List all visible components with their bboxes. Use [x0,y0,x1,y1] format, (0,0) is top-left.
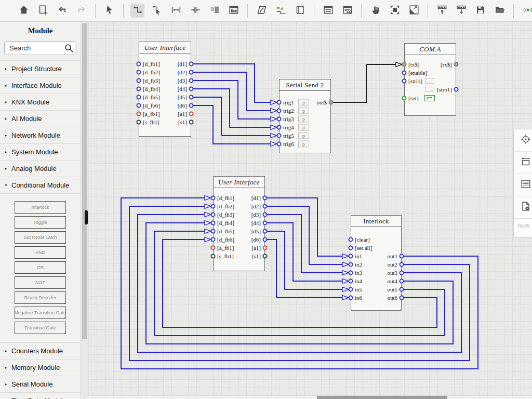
wire[interactable] [121,198,478,369]
sidebar-resize-handle[interactable] [85,210,88,224]
port-trig5[interactable] [277,134,282,138]
sidebar-item-system-module[interactable]: ▸System Module [0,143,81,160]
port-s1[interactable] [189,120,194,125]
connection-signal-button[interactable] [521,4,532,18]
collapse-width-button[interactable] [188,4,202,18]
port-stri1[interactable] [402,79,407,84]
port-d6[interactable] [189,103,194,108]
wire[interactable] [191,64,271,102]
select-cursor-button[interactable] [102,4,116,18]
new-page-button[interactable] [36,4,50,18]
wire-tool-button[interactable] [130,4,144,18]
palette-item-set-reset-latch[interactable]: Set Reset Latch [15,231,66,244]
set-loop-icon[interactable] [424,95,435,101]
wire[interactable] [129,206,470,361]
column-frame-button[interactable] [293,4,307,18]
wire-select-button[interactable] [150,4,164,18]
port-s-fb1[interactable] [137,120,141,125]
port-d-fb1[interactable] [137,62,141,66]
port-a-fb1[interactable] [137,112,141,116]
stats-panel-button[interactable] [227,4,241,18]
port-in3[interactable] [349,271,353,275]
port-tx[interactable] [402,62,407,67]
palette-item-toggle[interactable]: Toggle [15,216,66,229]
port-stro1[interactable] [454,87,459,92]
port-out6[interactable] [400,296,404,300]
port-out4[interactable] [400,279,404,284]
port-enable[interactable] [402,71,407,75]
doc-gear-button[interactable] [514,196,532,219]
pull-top-button[interactable] [454,4,468,18]
port-set[interactable] [402,96,407,101]
port-a1[interactable] [263,246,268,250]
push-top-button[interactable] [435,4,449,18]
frame-width-button[interactable] [514,152,532,174]
sidebar-item-project-structure[interactable]: ▸Project Structure [0,60,81,77]
param-field[interactable]: p [298,116,309,123]
port-out2[interactable] [400,262,404,267]
port-d2[interactable] [263,204,268,209]
port-d6[interactable] [263,237,268,242]
sidebar-scrollbar-thumb[interactable] [82,23,87,339]
param-field[interactable]: p [298,108,309,114]
sidebar-item-time-date-module[interactable]: ▸Time/Date Module [0,392,81,399]
rows-transfer-button[interactable] [321,4,335,18]
port-in4[interactable] [349,279,353,284]
port-d1[interactable] [263,196,268,201]
port-d3[interactable] [263,212,268,217]
port-in6[interactable] [349,296,353,300]
port-trig4[interactable] [277,125,282,130]
palette-item-not[interactable]: NOT [15,276,66,289]
wire[interactable] [191,105,271,144]
panels-button[interactable] [207,4,221,18]
sidebar-item-counters-module[interactable]: ▸Counters Module [0,342,81,359]
scale-view-button[interactable] [407,4,421,18]
save-button[interactable] [473,4,487,18]
home-button[interactable] [17,4,31,18]
wire[interactable] [191,97,271,136]
sidebar-item-network-module[interactable]: ▸Network Module [0,127,81,143]
port-d3[interactable] [189,78,194,83]
sidebar-item-conditional-module[interactable]: ▾Conditional Module [0,177,81,193]
port-d-fb3[interactable] [137,78,141,83]
port-d-fb1[interactable] [211,196,216,201]
port-trig6[interactable] [277,142,282,147]
port-set-all[interactable] [349,246,353,250]
wire[interactable] [331,64,396,102]
palette-item-transition-gate[interactable]: Transition Gate [15,322,66,334]
wire[interactable] [138,215,461,352]
port-out[interactable] [329,100,334,105]
port-d-fb6[interactable] [137,103,141,108]
text-tool-button[interactable]: text [274,4,288,18]
port-d-fb4[interactable] [137,87,141,91]
port-trig1[interactable] [277,100,282,105]
port-d-fb3[interactable] [211,212,216,217]
port-d-fb5[interactable] [211,229,216,234]
port-rx[interactable] [454,62,459,67]
port-a-fb1[interactable] [211,246,216,250]
list-button[interactable] [514,174,532,196]
port-out5[interactable] [400,287,404,292]
port-d-fb2[interactable] [211,204,216,209]
port-d-fb6[interactable] [211,237,216,242]
port-trig2[interactable] [277,109,282,113]
sidebar-item-ai-module[interactable]: ▸AI Module [0,110,81,127]
expand-width-button[interactable] [169,4,183,18]
sidebar-item-serial-module[interactable]: ▸Serial Module [0,376,81,392]
palette-item-negative-transition-gate[interactable]: Negative Transition Gate [15,307,66,319]
port-trig3[interactable] [277,117,282,122]
palette-item-interlock[interactable]: Interlock [15,201,66,214]
port-d5[interactable] [263,229,268,234]
sidebar-item-interface-module[interactable]: ▸Interface Module [0,77,81,94]
port-d-fb2[interactable] [137,70,141,75]
sidebar-item-memory-module[interactable]: ▸Memory Module [0,359,81,376]
edit-button[interactable] [255,4,269,18]
port-d-fb5[interactable] [137,95,141,100]
param-field[interactable]: p [298,132,309,139]
port-out3[interactable] [400,271,404,275]
param-field[interactable]: p [298,141,309,148]
wire[interactable] [146,223,453,344]
open-folder-button[interactable] [493,4,507,18]
pan-hand-button[interactable] [368,4,382,18]
palette-item-binary-decoder[interactable]: Binary Decoder [15,291,66,304]
